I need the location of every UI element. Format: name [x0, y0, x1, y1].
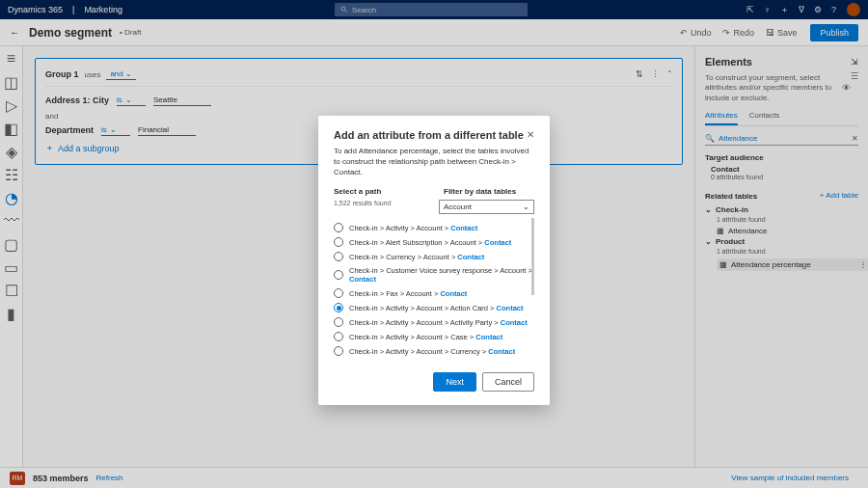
- radio-icon: [334, 332, 343, 341]
- cancel-button[interactable]: Cancel: [482, 372, 534, 392]
- scrollbar-thumb[interactable]: [531, 218, 534, 295]
- chevron-down-icon: ⌄: [523, 203, 529, 211]
- path-option[interactable]: Check-in > Customer Voice survey respons…: [334, 266, 534, 284]
- path-option[interactable]: Check-in > Activity > Account > Activity…: [334, 317, 534, 327]
- filter-label: Filter by data tables: [444, 187, 534, 196]
- path-option[interactable]: Check-in > Fax > Account > Contact: [334, 288, 534, 298]
- radio-icon: [334, 237, 343, 247]
- path-text: Check-in > Currency > Account > Contact: [349, 253, 484, 261]
- path-text: Check-in > Activity > Account > Activity…: [349, 318, 528, 327]
- next-button[interactable]: Next: [433, 372, 476, 392]
- path-list: Check-in > Activity > Account > ContactC…: [334, 218, 534, 361]
- radio-icon: [334, 252, 343, 261]
- path-text: Check-in > Activity > Account > Currency…: [349, 347, 515, 356]
- path-text: Check-in > Fax > Account > Contact: [349, 289, 467, 298]
- results-count: 1,522 results found: [334, 200, 420, 206]
- radio-icon: [334, 317, 343, 327]
- select-path-label: Select a path: [334, 187, 424, 196]
- path-option[interactable]: Check-in > Alert Subscription > Account …: [334, 237, 534, 247]
- radio-icon: [334, 288, 343, 298]
- radio-icon: [334, 270, 343, 280]
- radio-icon: [334, 346, 343, 356]
- add-attribute-modal: Add an attribute from a different table …: [318, 116, 550, 405]
- path-option[interactable]: Check-in > Activity > Account > Currency…: [334, 346, 534, 356]
- path-option[interactable]: Check-in > Activity > Account > Contact: [334, 223, 534, 232]
- path-option[interactable]: Check-in > Currency > Account > Contact: [334, 252, 534, 261]
- path-text: Check-in > Activity > Account > Contact: [349, 224, 477, 232]
- radio-icon: [334, 223, 343, 232]
- modal-title: Add an attribute from a different table: [334, 129, 524, 141]
- close-icon[interactable]: ✕: [527, 129, 534, 140]
- path-option[interactable]: Check-in > Activity > Account > Action C…: [334, 303, 534, 312]
- modal-description: To add Attendance percentage, select the…: [334, 147, 534, 177]
- path-text: Check-in > Customer Voice survey respons…: [349, 266, 534, 284]
- radio-icon: [334, 303, 343, 312]
- path-text: Check-in > Activity > Account > Action C…: [349, 304, 524, 312]
- filter-dropdown[interactable]: Account⌄: [439, 200, 534, 214]
- path-text: Check-in > Alert Subscription > Account …: [349, 238, 511, 247]
- path-text: Check-in > Activity > Account > Case > C…: [349, 333, 502, 341]
- path-option[interactable]: Check-in > Activity > Account > Case > C…: [334, 332, 534, 341]
